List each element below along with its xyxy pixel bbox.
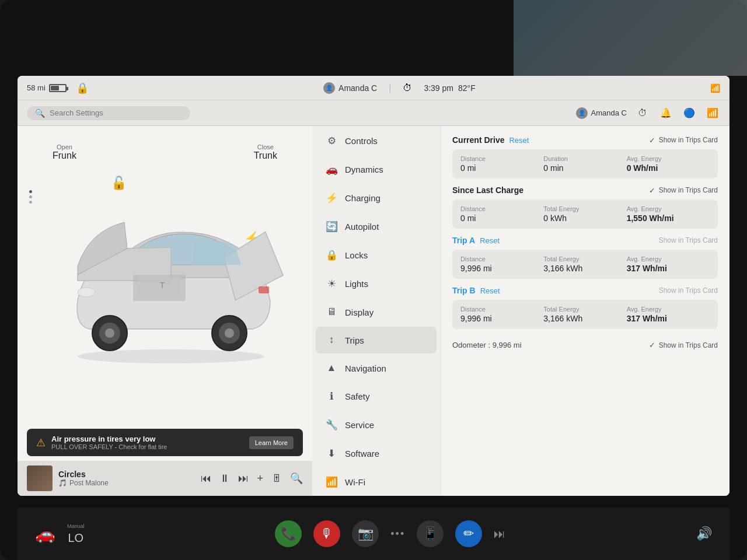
trips-label: Trips	[345, 335, 364, 345]
speaker-item[interactable]: 🔊	[696, 526, 712, 541]
sidebar-item-autopilot[interactable]: 🔄 Autopilot	[316, 213, 437, 240]
learn-more-button[interactable]: Learn More	[249, 436, 294, 449]
current-drive-distance-value: 0 mi	[460, 163, 543, 173]
locks-icon: 🔒	[325, 249, 338, 261]
bluetooth-icon[interactable]: 🔵	[682, 106, 697, 121]
frunk-label: Open Frunk	[53, 144, 76, 161]
controls-icon: ⚙	[325, 135, 338, 147]
status-username: Amanda C	[338, 83, 377, 93]
left-panel: Open Frunk Close Trunk 🔓	[18, 126, 312, 496]
odometer-value: 9,996 mi	[493, 341, 522, 349]
current-drive-title: Current Drive	[452, 135, 504, 145]
current-drive-reset-button[interactable]: Reset	[509, 136, 529, 145]
trip-b-energy-value: 3,166 kWh	[543, 314, 626, 323]
settings-content-trips: Current Drive Reset ✓ Show in Trips Card…	[441, 126, 729, 496]
voice-button[interactable]: 🎙	[313, 520, 340, 547]
sidebar-item-dynamics[interactable]: 🚗 Dynamics	[316, 156, 437, 183]
sidebar-item-display[interactable]: 🖥 Display	[316, 299, 437, 326]
trunk-label: Close Trunk	[254, 144, 277, 161]
search-box[interactable]: 🔍	[27, 106, 190, 120]
trip-b-distance-label: Distance	[460, 306, 543, 313]
status-bar: 58 mi 🔒 👤 Amanda C | ⏱ 3:39 pm 82°F 📶	[18, 76, 729, 100]
phone-icon-button[interactable]: 📱	[417, 520, 444, 547]
sidebar-item-controls[interactable]: ⚙ Controls	[316, 127, 437, 155]
odometer-show-trips-label: Show in Trips Card	[659, 341, 718, 349]
trip-b-distance: Distance 9,996 mi	[460, 306, 543, 323]
sidebar-item-software[interactable]: ⬇ Software	[316, 440, 437, 467]
sidebar-item-safety[interactable]: ℹ Safety	[316, 383, 437, 410]
current-drive-show-trips: ✓ Show in Trips Card	[649, 136, 718, 145]
sidebar-item-trips[interactable]: ↕ Trips	[316, 327, 437, 354]
range-value: 58 mi	[27, 83, 46, 92]
locks-label: Locks	[345, 250, 368, 260]
controls-label: Controls	[345, 136, 378, 146]
trip-a-distance-value: 9,996 mi	[460, 264, 543, 273]
alert-subtitle: PULL OVER SAFELY - Check for flat tire	[51, 443, 243, 450]
skip-forward-button[interactable]: ⏭	[238, 473, 249, 485]
music-player: Circles 🎵 Post Malone ⏮ ⏸ ⏭ + 🎚 🔍	[18, 461, 312, 496]
skip-back-button[interactable]: ⏮	[201, 473, 211, 485]
trip-b-avg-energy-value: 317 Wh/mi	[627, 314, 710, 323]
safety-label: Safety	[345, 391, 370, 401]
since-energy: Total Energy 0 kWh	[543, 205, 626, 223]
camera-button[interactable]: 📷	[352, 520, 379, 547]
since-energy-label: Total Energy	[543, 205, 626, 212]
since-last-charge-card: Distance 0 mi Total Energy 0 kWh Avg. En…	[452, 200, 718, 229]
lock-icon: 🔒	[76, 82, 89, 94]
sidebar-item-lights[interactable]: ☀ Lights	[316, 270, 437, 298]
current-drive-distance-label: Distance	[460, 155, 543, 162]
wifi-label: Wi-Fi	[345, 477, 365, 487]
trip-a-show-trips: Show in Trips Card	[659, 236, 718, 244]
lo-text: LO	[68, 531, 83, 545]
signal-bar-icon[interactable]: 📶	[705, 106, 720, 121]
current-drive-header: Current Drive Reset ✓ Show in Trips Card	[452, 135, 718, 145]
navigation-icon: ▲	[325, 362, 338, 374]
lights-icon: ☀	[325, 278, 338, 290]
trip-a-reset-button[interactable]: Reset	[480, 236, 500, 245]
since-last-charge-title: Since Last Charge	[452, 186, 523, 195]
since-distance-value: 0 mi	[460, 214, 543, 223]
artist-name: Post Malone	[69, 479, 109, 487]
current-drive-distance: Distance 0 mi	[460, 155, 543, 173]
status-divider: |	[389, 83, 391, 93]
current-drive-energy-value: 0 Wh/mi	[627, 163, 710, 173]
current-drive-show-trips-label: Show in Trips Card	[659, 136, 718, 144]
dots-item[interactable]: •••	[390, 528, 405, 540]
add-button[interactable]: +	[257, 473, 263, 485]
sidebar-item-navigation[interactable]: ▲ Navigation	[316, 355, 437, 382]
checkmark-icon-odo: ✓	[649, 341, 655, 349]
profile-avatar-icon: 👤	[576, 107, 588, 119]
svg-text:T: T	[159, 281, 165, 290]
odometer-text: Odometer : 9,996 mi	[452, 341, 522, 349]
trip-b-reset-button[interactable]: Reset	[480, 286, 500, 295]
sidebar-item-wifi[interactable]: 📶 Wi-Fi	[316, 468, 437, 496]
bell-icon[interactable]: 🔔	[658, 106, 673, 121]
media-item[interactable]: ⏭	[494, 527, 505, 541]
song-artist: 🎵 Post Malone	[58, 479, 195, 487]
time-temp: 3:39 pm 82°F	[424, 83, 475, 93]
car-taskbar-item[interactable]: 🚗	[35, 524, 55, 544]
equalizer-button[interactable]: 🎚	[271, 473, 282, 485]
phone-button[interactable]: 📞	[275, 520, 302, 547]
search-music-button[interactable]: 🔍	[290, 472, 303, 485]
svg-point-3	[78, 288, 95, 297]
svg-rect-4	[259, 286, 269, 293]
trip-a-energy-value: 3,166 kWh	[543, 264, 626, 273]
signal-dot-2	[29, 195, 32, 198]
odometer-row: Odometer : 9,996 mi ✓ Show in Trips Card	[452, 336, 718, 354]
user-avatar-icon: 👤	[323, 82, 335, 94]
trip-b-energy-label: Total Energy	[543, 306, 626, 313]
sidebar-item-service[interactable]: 🔧 Service	[316, 411, 437, 439]
timer-icon-btn[interactable]: ⏱	[635, 106, 650, 121]
pause-button[interactable]: ⏸	[219, 473, 230, 485]
dots-icon: •••	[390, 528, 405, 540]
car-svg: T	[43, 184, 288, 371]
search-input[interactable]	[50, 108, 166, 117]
sidebar-item-locks[interactable]: 🔒 Locks	[316, 242, 437, 269]
trip-a-card: Distance 9,996 mi Total Energy 3,166 kWh…	[452, 250, 718, 279]
alert-triangle-icon: ⚠	[36, 436, 46, 449]
sidebar-item-charging[interactable]: ⚡ Charging	[316, 184, 437, 212]
since-energy-value: 0 kWh	[543, 214, 626, 223]
trip-b-title: Trip B	[452, 286, 476, 295]
pencil-button[interactable]: ✏	[455, 520, 482, 547]
